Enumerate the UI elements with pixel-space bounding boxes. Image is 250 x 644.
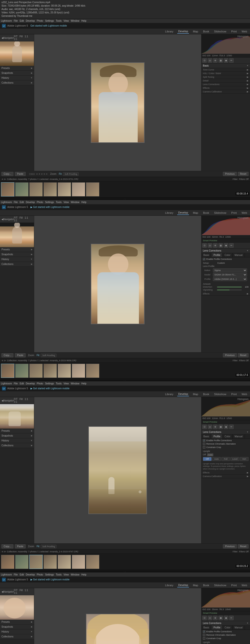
tab-library-3[interactable]: Library [164,392,174,396]
menu-settings-3[interactable]: Settings [45,382,54,385]
tab-slideshow-3[interactable]: Slideshow [213,392,227,396]
fit-label-3[interactable]: Fit [37,545,39,548]
redeye-tool[interactable]: ⊕ [213,58,217,63]
paste-button-3[interactable]: Paste [15,544,26,548]
menu-settings-2[interactable]: Settings [45,201,54,204]
mobile-link-2[interactable]: ▶ Get started with Lightroom mobile [31,206,70,208]
grad-tool-4[interactable]: ▦ [218,616,223,620]
chromatic-check-4[interactable] [203,634,205,636]
collections-header-2[interactable]: Collections▶ [0,262,34,266]
menu-help-3[interactable]: Help [81,382,86,385]
tab-color-2[interactable]: Color [223,253,233,257]
tab-profile-4[interactable]: Profile [211,626,222,630]
distortion-slider-2[interactable] [217,287,242,288]
paste-button-2[interactable]: Paste [15,353,26,357]
filmstrip-thumb-2[interactable] [15,182,29,196]
filmstrip-thumb-5[interactable] [58,182,71,196]
enable-profile-check-4[interactable]: ✓ [203,630,205,633]
lens-corrections-header[interactable]: Lens Corrections ▶ [201,83,250,86]
enable-profile-check-3[interactable]: ✓ [203,439,205,442]
snapshots-header-2[interactable]: Snapshots▶ [0,252,34,257]
menu-file-3[interactable]: File [14,382,18,385]
menu-tools-3[interactable]: Tools [56,382,62,385]
menu-file[interactable]: File [14,20,18,22]
redeye-tool-3[interactable]: ⊕ [213,424,217,429]
mobile-link[interactable]: Get started with Lightroom mobile [31,24,67,27]
filmstrip-thumb-3[interactable] [29,182,43,196]
menu-develop-4[interactable]: Develop [26,573,35,576]
filmstrip-thumb-3-6[interactable] [72,555,85,569]
tab-profile-3[interactable]: Profile [211,434,222,438]
filmstrip-thumb-3-7[interactable] [86,555,99,569]
collections-header[interactable]: Collections ▶ [0,80,34,85]
tab-web-2[interactable]: Web [241,211,248,215]
menu-edit-2[interactable]: Edit [20,201,24,204]
menu-view-3[interactable]: View [63,382,69,385]
vignetting-slider-2[interactable] [217,290,242,290]
filmstrip-thumb-2-3[interactable] [29,364,43,378]
reset-button-2[interactable]: Reset [238,353,248,357]
menu-lightroom[interactable]: Lightroom [1,20,12,22]
menu-photo-4[interactable]: Photo [37,573,43,576]
tab-color-3[interactable]: Color [223,434,233,438]
effects-header[interactable]: Effects ▶ [201,86,250,90]
menu-lightroom-2[interactable]: Lightroom [1,201,12,204]
tab-map-3[interactable]: Map [192,392,199,396]
basic-section-header[interactable]: Basic ▼ [201,64,250,68]
filmstrip-thumb-7[interactable] [86,182,99,196]
copy-button-3[interactable]: Copy... [2,544,14,548]
maker-dropdown-2[interactable]: Sigma [213,268,247,272]
brush-tool-4[interactable]: ✏ [229,616,234,620]
brush-tool-2[interactable]: ✏ [229,243,234,248]
menu-settings[interactable]: Settings [45,20,54,22]
lens-corrections-active-3[interactable]: Lens Corrections ▼ [201,430,250,434]
tab-slideshow-2[interactable]: Slideshow [213,211,227,215]
tab-web-3[interactable]: Web [241,392,248,396]
grad-tool-2[interactable]: ▦ [218,243,223,248]
crop-tool-3[interactable]: ⊡ [202,424,207,429]
tab-map[interactable]: Map [192,30,199,34]
soft-proof-1[interactable]: Soft Proofing [63,172,79,176]
tab-map-4[interactable]: Map [192,583,199,587]
upright-auto-3[interactable]: Auto [207,454,214,456]
menu-help[interactable]: Help [81,20,86,22]
menu-file-2[interactable]: File [14,201,18,204]
menu-view[interactable]: View [63,20,69,22]
tab-slideshow-4[interactable]: Slideshow [213,583,227,587]
enable-profile-check-2[interactable]: ✓ [203,258,205,260]
brush-tool-3[interactable]: ✏ [229,424,234,429]
filmstrip-thumb-1[interactable] [1,182,15,196]
collections-header-4[interactable]: Collections▶ [0,634,34,639]
menu-develop[interactable]: Develop [26,20,35,22]
model-dropdown-2[interactable]: SIGMA 18-35mm F1... [213,273,247,277]
split-toning-header[interactable]: Split Toning ▶ [201,75,250,79]
detail-header[interactable]: Detail ▶ [201,79,250,83]
reset-button-3[interactable]: Reset [238,544,248,548]
tab-color-4[interactable]: Color [223,626,233,630]
tab-print[interactable]: Print [230,30,238,34]
filmstrip-thumb-3-3[interactable] [29,555,43,569]
filmstrip-thumb-2-2[interactable] [15,364,29,378]
camera-cal-header[interactable]: Camera Calibration ▶ [201,90,250,94]
history-header[interactable]: History ▼ [0,76,34,80]
menu-develop-3[interactable]: Develop [26,382,35,385]
tab-develop-2[interactable]: Develop [177,210,189,215]
menu-tools-2[interactable]: Tools [56,201,62,204]
snapshots-header-3[interactable]: Snapshots▶ [0,434,34,438]
fit-label-1[interactable]: Fit [59,172,62,175]
tab-book-3[interactable]: Book [202,392,210,396]
upright-off-3[interactable]: Off [203,457,212,461]
filmstrip-thumb-4[interactable] [43,182,57,196]
presets-header[interactable]: Presets ▶ [0,66,34,70]
upright-auto-btn-3[interactable]: Auto [212,457,221,461]
filmstrip-thumb-2-4[interactable] [43,364,57,378]
nav-arrows-1[interactable]: ⊲ ⊳ [2,178,6,180]
menu-view-4[interactable]: View [63,573,69,576]
previous-button-2[interactable]: Previous [223,353,237,357]
tone-curve-header[interactable]: Tone Curve ▶ [201,68,250,72]
previous-button-3[interactable]: Previous [223,544,237,548]
profile-dropdown-2[interactable]: Adobe (SIGMA 18-3...) [213,277,247,281]
spot-tool-4[interactable]: ◎ [208,616,212,620]
tab-manual-3[interactable]: Manual [233,434,245,438]
copy-button-1[interactable]: Copy... [2,172,14,176]
